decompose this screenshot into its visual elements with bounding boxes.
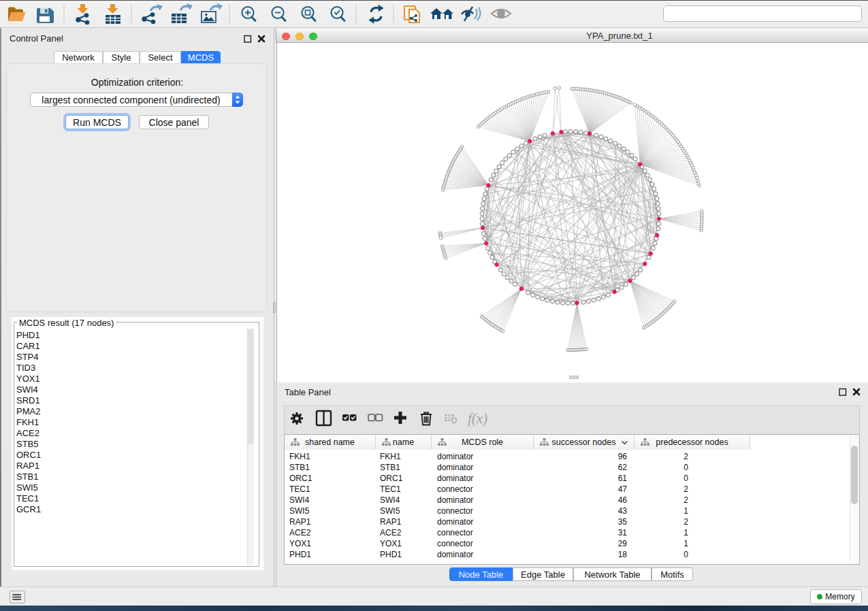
svg-text:f(x): f(x) <box>468 410 487 427</box>
